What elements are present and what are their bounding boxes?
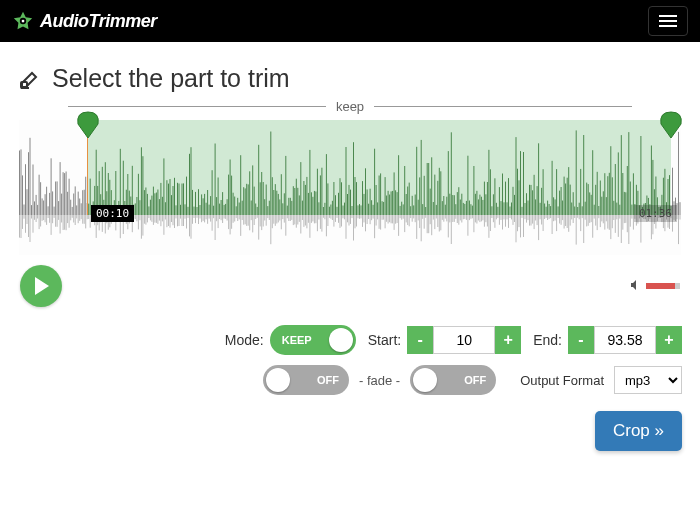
svg-rect-35 <box>64 173 65 215</box>
svg-rect-721 <box>434 215 435 229</box>
svg-rect-539 <box>160 215 161 226</box>
svg-rect-487 <box>82 215 83 224</box>
svg-rect-790 <box>538 215 539 240</box>
svg-rect-709 <box>416 215 417 239</box>
svg-rect-548 <box>174 215 175 228</box>
svg-rect-795 <box>546 215 547 218</box>
svg-rect-659 <box>341 215 342 227</box>
output-format-select[interactable]: mp3 <box>614 366 682 394</box>
svg-rect-474 <box>63 215 64 230</box>
trim-handle-end[interactable] <box>657 110 685 140</box>
svg-rect-677 <box>368 215 369 219</box>
svg-rect-714 <box>424 215 425 229</box>
start-minus-button[interactable]: - <box>407 326 433 354</box>
end-plus-button[interactable]: + <box>656 326 682 354</box>
page-title: Select the part to trim <box>52 64 290 93</box>
svg-rect-461 <box>43 215 44 220</box>
end-minus-button[interactable]: - <box>568 326 594 354</box>
main-panel: Select the part to trim keep 00:10 01:36 <box>0 42 700 461</box>
svg-rect-789 <box>537 215 538 225</box>
svg-rect-572 <box>210 215 211 222</box>
trim-handle-start[interactable] <box>74 110 102 140</box>
svg-rect-40 <box>72 207 73 215</box>
svg-rect-707 <box>413 215 414 218</box>
svg-rect-6 <box>21 149 22 215</box>
fade-in-toggle[interactable]: OFF <box>263 365 349 395</box>
mode-toggle[interactable]: KEEP <box>270 325 356 355</box>
svg-rect-18 <box>39 175 40 215</box>
svg-rect-632 <box>300 215 301 234</box>
svg-rect-649 <box>326 215 327 236</box>
menu-button[interactable] <box>648 6 688 36</box>
svg-rect-817 <box>579 215 580 219</box>
logo[interactable]: AudioTrimmer <box>12 10 157 32</box>
svg-rect-590 <box>237 215 238 221</box>
play-button[interactable] <box>20 265 62 307</box>
svg-rect-801 <box>555 215 556 221</box>
svg-rect-693 <box>392 215 393 223</box>
svg-rect-668 <box>355 215 356 228</box>
fade-out-toggle[interactable]: OFF <box>410 365 496 395</box>
svg-rect-603 <box>257 215 258 218</box>
svg-rect-752 <box>481 215 482 221</box>
svg-rect-38 <box>69 179 70 215</box>
svg-rect-471 <box>58 215 59 220</box>
svg-rect-610 <box>267 215 268 218</box>
svg-rect-815 <box>576 215 577 245</box>
svg-rect-606 <box>261 215 262 230</box>
svg-rect-673 <box>362 215 363 227</box>
svg-rect-689 <box>386 215 387 222</box>
svg-rect-685 <box>380 215 381 230</box>
svg-rect-846 <box>622 215 623 230</box>
svg-rect-34 <box>63 172 64 215</box>
svg-rect-447 <box>22 215 23 229</box>
svg-rect-633 <box>302 215 303 220</box>
svg-rect-741 <box>464 215 465 219</box>
svg-rect-464 <box>48 215 49 218</box>
volume-control[interactable] <box>630 277 680 295</box>
svg-rect-11 <box>28 152 29 215</box>
svg-rect-829 <box>597 215 598 230</box>
svg-rect-652 <box>330 215 331 219</box>
svg-rect-455 <box>34 215 35 220</box>
end-input[interactable] <box>594 326 656 354</box>
svg-rect-748 <box>475 215 476 222</box>
svg-rect-723 <box>437 215 438 227</box>
start-input[interactable] <box>433 326 495 354</box>
svg-rect-467 <box>52 215 53 223</box>
svg-rect-570 <box>207 215 208 224</box>
logo-icon <box>12 10 34 32</box>
svg-rect-822 <box>586 215 587 226</box>
selection-region[interactable] <box>87 120 671 215</box>
svg-rect-555 <box>185 215 186 219</box>
svg-rect-477 <box>67 215 68 223</box>
svg-rect-669 <box>356 215 357 227</box>
svg-rect-537 <box>157 215 158 224</box>
svg-rect-719 <box>431 215 432 235</box>
svg-rect-695 <box>395 215 396 224</box>
svg-rect-665 <box>350 215 351 224</box>
svg-rect-760 <box>493 215 494 222</box>
waveform-area[interactable]: 00:10 01:36 <box>19 120 681 255</box>
start-plus-button[interactable]: + <box>495 326 521 354</box>
svg-rect-450 <box>27 215 28 224</box>
svg-rect-753 <box>482 215 483 220</box>
svg-rect-545 <box>170 215 171 228</box>
svg-rect-459 <box>40 215 41 227</box>
svg-rect-849 <box>627 215 628 232</box>
svg-rect-759 <box>491 215 492 218</box>
svg-rect-45 <box>79 199 80 216</box>
svg-rect-10 <box>27 189 28 215</box>
svg-rect-543 <box>166 215 167 227</box>
svg-rect-793 <box>543 215 544 231</box>
svg-rect-480 <box>72 215 73 218</box>
svg-rect-644 <box>318 215 319 220</box>
svg-rect-731 <box>449 215 450 222</box>
svg-rect-449 <box>25 215 26 233</box>
svg-rect-577 <box>218 215 219 228</box>
svg-rect-718 <box>430 215 431 224</box>
volume-slider[interactable] <box>646 283 680 289</box>
svg-rect-588 <box>234 215 235 222</box>
crop-button[interactable]: Crop » <box>595 411 682 451</box>
volume-icon <box>630 277 642 295</box>
